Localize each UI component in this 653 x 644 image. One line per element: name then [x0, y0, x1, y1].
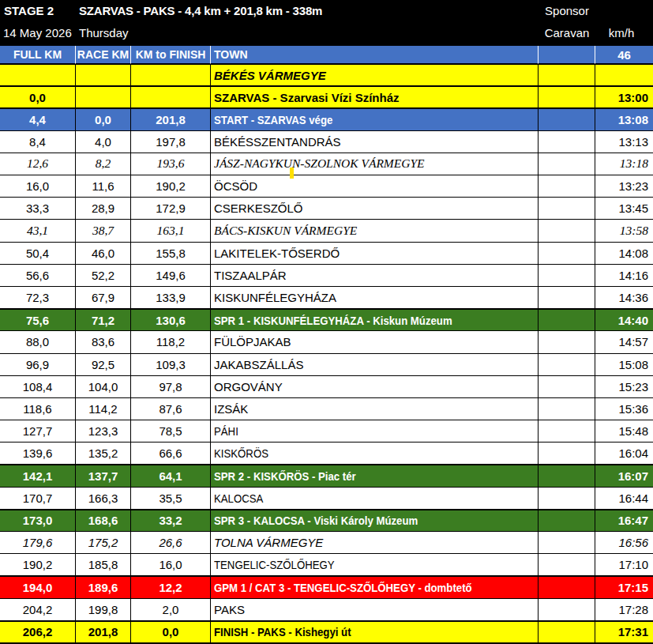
cell-full: 190,2	[0, 554, 76, 576]
cell-time: 13:13	[595, 131, 653, 153]
town-label: IZSÁK	[214, 402, 248, 416]
cell-town: IZSÁK	[211, 398, 539, 420]
town-label: GPM 1 / CAT 3 - TENGELIC-SZŐLŐHEGY - dom…	[214, 581, 472, 594]
cell-time: 17:28	[595, 599, 653, 621]
cell-full: 204,2	[0, 599, 76, 621]
cell-town: SPR 2 - KISKŐRÖS - Piac tér	[211, 465, 539, 487]
cell-time: 17:31	[595, 621, 653, 643]
cell-fin: 149,6	[131, 265, 211, 287]
town-label: PAKS	[214, 603, 245, 616]
cell-town: JAKABSZÁLLÁS	[211, 354, 539, 376]
town-label: TOLNA VÁRMEGYE	[214, 536, 323, 549]
town-label: KISKŐRÖS	[214, 446, 268, 460]
speed-unit-label: km/h	[595, 26, 647, 40]
cell-race	[76, 86, 131, 108]
cell-fin: 201,8	[131, 108, 211, 130]
cell-full: 16,0	[0, 175, 76, 198]
cell-fin: 33,2	[131, 510, 211, 532]
cell-time: 17:15	[595, 576, 653, 598]
cell-full: 139,6	[0, 443, 76, 465]
town-label: BÉKÉS VÁRMEGYE	[214, 69, 326, 82]
cell-race: 8,2	[76, 153, 131, 175]
town-label: FÜLÖPJAKAB	[214, 335, 291, 348]
cell-fin: 190,2	[131, 175, 211, 198]
cell-race: 4,0	[76, 131, 131, 153]
cell-race: 104,0	[76, 376, 131, 398]
cell-full: 173,0	[0, 510, 76, 532]
stage-itinerary-sheet: STAGE 2 SZARVAS - PAKS - 4,4 km + 201,8 …	[0, 0, 653, 644]
cell-fin: 26,6	[131, 532, 211, 554]
cell-fin: 2,0	[131, 599, 211, 621]
stage-header-bar: STAGE 2 SZARVAS - PAKS - 4,4 km + 201,8 …	[0, 0, 653, 46]
cell-race: 46,0	[76, 243, 131, 265]
cell-town: LAKITELEK-TŐSERDŐ	[211, 243, 539, 265]
cell-time: 16:04	[595, 443, 653, 465]
town-label: START - SZARVAS vége	[214, 113, 332, 126]
cell-sponsor	[539, 443, 595, 465]
stage-date: 14 May 2026	[3, 26, 72, 40]
cell-sponsor	[539, 554, 595, 576]
cell-town: FINISH - PAKS - Kishegyi út	[211, 621, 539, 643]
cell-race: 67,9	[76, 287, 131, 309]
cell-town: BÉKÉS VÁRMEGYE	[211, 64, 539, 86]
cell-full: 56,6	[0, 265, 76, 287]
cell-sponsor	[539, 621, 595, 643]
cell-race: 175,2	[76, 532, 131, 554]
cell-time: 17:10	[595, 554, 653, 576]
cell-sponsor	[539, 532, 595, 554]
sponsor-label: Sponsor	[539, 4, 595, 18]
cell-time: 16:56	[595, 532, 653, 554]
col-header-race-km: RACE KM	[76, 46, 131, 64]
cell-time: 13:08	[595, 108, 653, 130]
cell-full: 33,3	[0, 198, 76, 220]
cell-town: KALOCSA	[211, 488, 539, 510]
cell-race: 135,2	[76, 443, 131, 465]
cell-town: FÜLÖPJAKAB	[211, 331, 539, 353]
cell-town: KISKŐRÖS	[211, 443, 539, 465]
cell-sponsor	[539, 153, 595, 175]
town-label: BÁCS-KISKUN VÁRMEGYE	[214, 224, 357, 238]
cell-town: CSERKESZŐLŐ	[211, 198, 539, 220]
cell-time: 13:00	[595, 86, 653, 108]
cell-full: 8,4	[0, 131, 76, 153]
cell-time: 15:48	[595, 420, 653, 443]
cell-full	[0, 64, 76, 86]
cell-time: 16:07	[595, 465, 653, 487]
col-header-km-to-finish: KM to FINISH	[131, 46, 211, 64]
town-label: BÉKÉSSZENTANDRÁS	[214, 135, 341, 149]
cell-town: TOLNA VÁRMEGYE	[211, 532, 539, 554]
cell-race: 201,8	[76, 621, 131, 643]
town-label: JÁSZ-NAGYKUN-SZOLNOK VÁRMEGYE	[214, 156, 425, 171]
stage-number-label: STAGE 2	[4, 4, 54, 18]
cell-town: SPR 1 - KISKUNFÉLEGYHÁZA - Kiskun Múzeum	[211, 309, 539, 331]
cell-full: 127,7	[0, 420, 76, 443]
col-header-sponsor	[539, 46, 595, 64]
cell-full: 4,4	[0, 108, 76, 130]
cell-full: 50,4	[0, 243, 76, 265]
cell-race: 114,2	[76, 398, 131, 420]
cell-fin: 109,3	[131, 354, 211, 376]
cell-town: BÉKÉSSZENTANDRÁS	[211, 131, 539, 153]
cell-town: SZARVAS - Szarvasi Vízi Színház	[211, 86, 539, 108]
stage-day: Thursday	[79, 26, 129, 40]
cell-race: 28,9	[76, 198, 131, 220]
town-label: SPR 2 - KISKŐRÖS - Piac tér	[214, 469, 356, 483]
town-label: SZARVAS - Szarvasi Vízi Színház	[214, 91, 400, 104]
cell-sponsor	[539, 131, 595, 153]
cell-time: 13:58	[595, 220, 653, 242]
cell-fin: 163,1	[131, 220, 211, 242]
cell-fin	[131, 64, 211, 86]
cell-race: 38,7	[76, 220, 131, 242]
cell-time: 15:23	[595, 376, 653, 398]
cell-sponsor	[539, 64, 595, 86]
cell-sponsor	[539, 354, 595, 376]
cell-town: PÁHI	[211, 420, 539, 443]
cell-fin: 155,8	[131, 243, 211, 265]
cell-town: ÖCSÖD	[211, 175, 539, 198]
cell-time	[595, 64, 653, 86]
cell-race: 123,3	[76, 420, 131, 443]
cell-fin: 193,6	[131, 153, 211, 175]
cell-sponsor	[539, 465, 595, 487]
cell-fin: 97,8	[131, 376, 211, 398]
town-label: ÖCSÖD	[214, 179, 257, 193]
